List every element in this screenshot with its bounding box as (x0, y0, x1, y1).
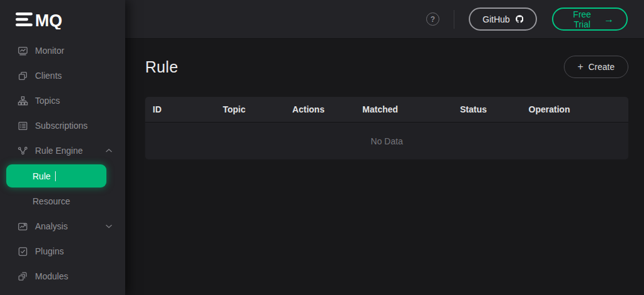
sidebar-item-topics[interactable]: Topics (0, 88, 125, 113)
emq-logo-icon: MQ (16, 9, 64, 29)
plugins-icon (18, 246, 28, 257)
column-header-operation: Operation (521, 104, 628, 114)
sidebar: MQ Monitor Clients (0, 0, 125, 295)
analysis-icon (18, 221, 28, 232)
column-header-id: ID (145, 104, 215, 114)
sidebar-item-label: Topics (35, 96, 60, 106)
subscriptions-icon (18, 121, 28, 131)
sidebar-item-plugins[interactable]: Plugins (0, 239, 125, 264)
sidebar-subitem-label: Rule (33, 171, 51, 181)
github-button-label: GitHub (483, 14, 510, 24)
rules-table: ID Topic Actions Matched Status Operatio… (145, 97, 628, 159)
chevron-up-icon (105, 148, 113, 153)
sidebar-item-rule-engine[interactable]: Rule Engine (0, 138, 125, 163)
sidebar-subitem-resource[interactable]: Resource (0, 189, 125, 214)
no-data-text: No Data (371, 136, 402, 146)
sidebar-menu: Monitor Clients (0, 38, 125, 289)
page-title: Rule (145, 58, 178, 76)
clients-icon (18, 71, 28, 81)
emq-logo[interactable]: MQ (0, 0, 125, 38)
sidebar-item-modules[interactable]: Modules (0, 264, 125, 289)
github-octocat-icon (516, 12, 523, 26)
main-content: Rule + Create ID Topic Actions Matched S… (125, 39, 644, 295)
free-trial-button[interactable]: Free Trial → (552, 8, 628, 31)
create-button-label: Create (588, 62, 615, 72)
header-divider (454, 10, 454, 29)
sidebar-item-label: Subscriptions (35, 121, 88, 131)
table-empty-row: No Data (145, 122, 628, 159)
column-header-actions: Actions (285, 104, 355, 114)
create-button[interactable]: + Create (564, 56, 628, 78)
arrow-right-icon: → (604, 14, 614, 24)
sidebar-subitem-label: Resource (33, 196, 70, 206)
sidebar-item-analysis[interactable]: Analysis (0, 214, 125, 239)
help-icon[interactable]: ? (426, 12, 439, 26)
column-header-topic: Topic (215, 104, 285, 114)
sidebar-item-label: Monitor (35, 46, 64, 56)
free-trial-label: Free Trial (566, 9, 598, 29)
topics-icon (18, 96, 28, 106)
modules-icon (18, 271, 28, 282)
top-header: ? GitHub Free Trial → (125, 0, 644, 39)
sidebar-item-label: Clients (35, 71, 62, 81)
sidebar-item-clients[interactable]: Clients (0, 63, 125, 88)
github-button[interactable]: GitHub (469, 8, 537, 31)
column-header-status: Status (452, 104, 521, 114)
sidebar-item-label: Analysis (35, 221, 68, 231)
chevron-down-icon (105, 224, 113, 229)
sidebar-item-label: Modules (35, 271, 68, 281)
svg-text:MQ: MQ (35, 11, 63, 29)
sidebar-item-label: Plugins (35, 246, 64, 256)
rule-engine-icon (18, 146, 28, 156)
plus-icon: + (578, 62, 583, 72)
sidebar-subitem-rule[interactable]: Rule (6, 164, 106, 188)
title-row: Rule + Create (145, 56, 628, 78)
sidebar-item-subscriptions[interactable]: Subscriptions (0, 113, 125, 138)
sidebar-item-label: Rule Engine (35, 146, 83, 156)
sidebar-item-monitor[interactable]: Monitor (0, 38, 125, 63)
table-header-row: ID Topic Actions Matched Status Operatio… (145, 97, 628, 122)
column-header-matched: Matched (355, 104, 452, 114)
text-cursor (55, 171, 56, 181)
monitor-icon (18, 46, 28, 56)
